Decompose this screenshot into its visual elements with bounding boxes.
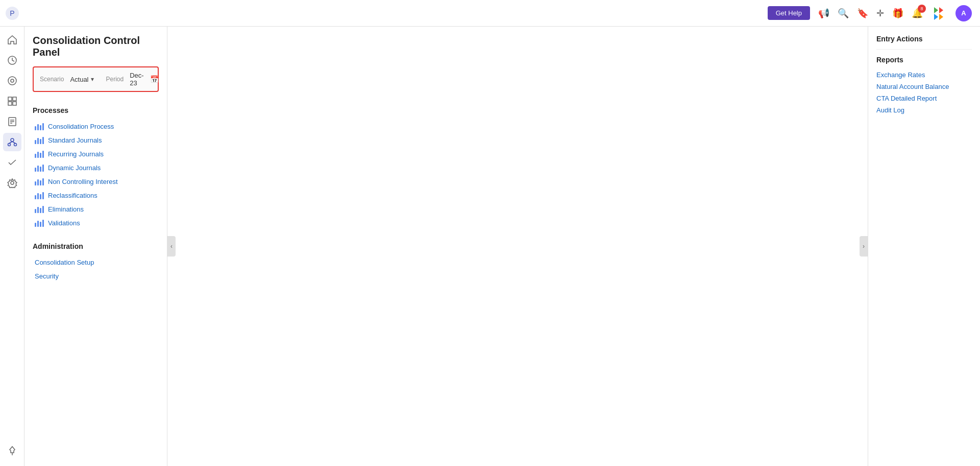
reclassifications-label: Reclassifications: [48, 192, 97, 199]
validations-label: Validations: [48, 219, 80, 227]
chevron-down-icon: ▾: [91, 76, 94, 83]
dynamic-journals-label: Dynamic Journals: [48, 164, 101, 172]
page-title-bar: Consolidation Control Panel: [24, 27, 167, 58]
security-label: Security: [35, 272, 59, 280]
scenario-value: Actual: [70, 76, 88, 83]
audit-log-link[interactable]: Audit Log: [876, 104, 972, 116]
svg-line-20: [9, 142, 12, 144]
app-switcher-icon[interactable]: [931, 5, 947, 21]
consolidation-process-item[interactable]: Consolidation Process: [33, 120, 159, 133]
collapse-left-button[interactable]: ‹: [167, 236, 176, 257]
validations-item[interactable]: Validations: [33, 216, 159, 230]
svg-rect-9: [8, 97, 12, 101]
nav-consolidation[interactable]: [3, 133, 21, 151]
dynamic-journals-item[interactable]: Dynamic Journals: [33, 161, 159, 175]
nci-item[interactable]: Non Controlling Interest: [33, 175, 159, 189]
svg-marker-3: [939, 7, 943, 13]
svg-point-7: [8, 77, 16, 85]
calendar-icon[interactable]: 📅: [150, 75, 159, 83]
reclassifications-item[interactable]: Reclassifications: [33, 189, 159, 202]
nav-home[interactable]: [3, 31, 21, 49]
period-label: Period: [106, 76, 124, 83]
bars-icon-standard: [35, 137, 44, 144]
standard-journals-item[interactable]: Standard Journals: [33, 133, 159, 147]
nav-reports[interactable]: [3, 112, 21, 131]
svg-marker-5: [939, 14, 943, 20]
eliminations-label: Eliminations: [48, 205, 84, 213]
sidenav: [0, 0, 24, 466]
svg-rect-11: [8, 102, 12, 105]
filter-bar: Scenario Actual ▾ Period Dec-23 📅 Entity…: [33, 66, 159, 92]
consolidation-setup-label: Consolidation Setup: [35, 259, 94, 266]
period-value: Dec-23: [130, 72, 143, 87]
gift-icon[interactable]: 🎁: [892, 8, 903, 19]
recurring-journals-label: Recurring Journals: [48, 150, 104, 158]
main-wrapper: Consolidation Control Panel Scenario Act…: [24, 27, 980, 466]
nav-settings[interactable]: [3, 174, 21, 192]
nav-pin[interactable]: [3, 441, 21, 460]
bars-icon-recurring: [35, 151, 44, 158]
svg-line-21: [12, 142, 15, 144]
collapse-right-button[interactable]: ›: [860, 236, 868, 257]
bookmark-icon[interactable]: 🔖: [857, 8, 868, 19]
cta-detailed-report-link[interactable]: CTA Detailed Report: [876, 92, 972, 104]
right-panel: Entry Actions Reports Exchange Rates Nat…: [868, 27, 980, 466]
crosshair-icon[interactable]: ✛: [876, 8, 884, 19]
bars-icon-nci: [35, 178, 44, 185]
topbar-left: P: [0, 5, 20, 21]
natural-account-balance-link[interactable]: Natural Account Balance: [876, 81, 972, 92]
nav-favorites[interactable]: [3, 72, 21, 90]
processes-title: Processes: [33, 106, 159, 114]
consolidation-setup-item[interactable]: Consolidation Setup: [33, 255, 159, 269]
nav-grid[interactable]: [3, 92, 21, 110]
recurring-journals-item[interactable]: Recurring Journals: [33, 147, 159, 161]
center-panel: ‹ ›: [167, 27, 868, 466]
bars-icon-valid: [35, 220, 44, 227]
administration-title: Administration: [33, 242, 159, 250]
scenario-label: Scenario: [40, 76, 64, 83]
megaphone-icon[interactable]: 📢: [818, 8, 829, 19]
left-panel: Consolidation Control Panel Scenario Act…: [24, 27, 167, 466]
processes-section: Processes Consolidation Process Standa: [24, 100, 167, 236]
notification-badge: 8: [918, 5, 926, 13]
bars-icon-elim: [35, 206, 44, 213]
svg-text:P: P: [10, 9, 14, 17]
exchange-rates-link[interactable]: Exchange Rates: [876, 69, 972, 81]
svg-rect-10: [13, 97, 16, 101]
bars-icon-dynamic: [35, 165, 44, 172]
divider-entry-actions: [876, 49, 972, 50]
get-help-button[interactable]: Get Help: [768, 6, 810, 20]
topbar: P Get Help 📢 🔍 🔖 ✛ 🎁 🔔 8 A: [0, 0, 980, 27]
nav-recent[interactable]: [3, 51, 21, 69]
svg-point-22: [11, 181, 14, 184]
svg-marker-4: [934, 14, 938, 20]
nci-label: Non Controlling Interest: [48, 178, 118, 185]
nav-tasks[interactable]: [3, 153, 21, 172]
user-avatar[interactable]: A: [955, 5, 972, 21]
standard-journals-label: Standard Journals: [48, 136, 102, 144]
reports-title: Reports: [876, 56, 972, 64]
svg-point-19: [14, 144, 16, 146]
security-item[interactable]: Security: [33, 269, 159, 283]
svg-point-17: [11, 138, 14, 142]
scenario-select[interactable]: Actual ▾: [70, 76, 93, 83]
svg-rect-12: [13, 102, 16, 105]
eliminations-item[interactable]: Eliminations: [33, 202, 159, 216]
administration-section: Administration Consolidation Setup Secur…: [24, 236, 167, 289]
entry-actions-title: Entry Actions: [876, 35, 972, 43]
consolidation-process-label: Consolidation Process: [48, 123, 114, 130]
svg-point-18: [8, 144, 10, 146]
page-title: Consolidation Control Panel: [33, 35, 159, 58]
bars-icon-reclass: [35, 192, 44, 199]
bars-icon-consolidation: [35, 123, 44, 130]
bell-icon[interactable]: 🔔 8: [912, 8, 923, 19]
svg-point-8: [11, 79, 14, 82]
topbar-right: Get Help 📢 🔍 🔖 ✛ 🎁 🔔 8 A: [768, 5, 980, 21]
app-logo[interactable]: P: [4, 5, 20, 21]
search-icon[interactable]: 🔍: [838, 8, 849, 19]
svg-marker-2: [934, 7, 938, 13]
